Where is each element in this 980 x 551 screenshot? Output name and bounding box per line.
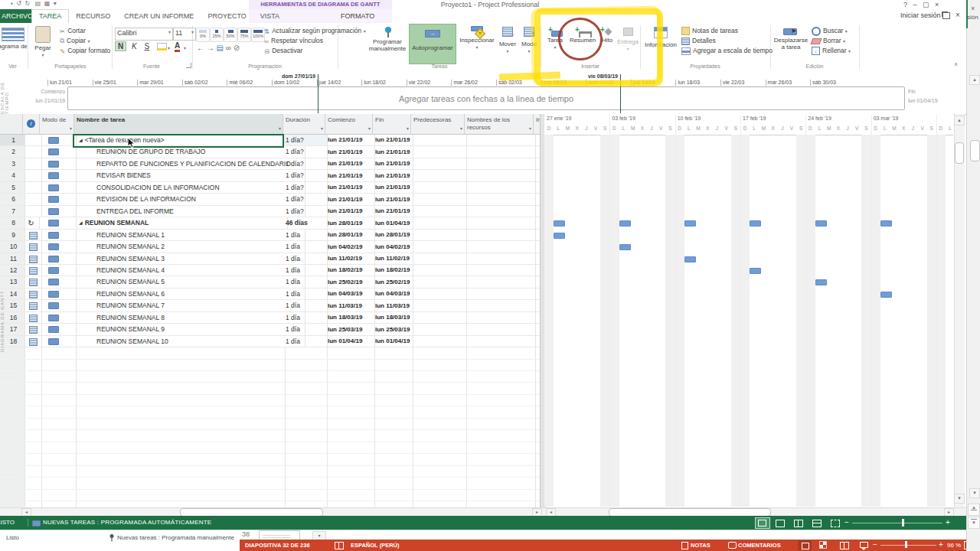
cell-Fin[interactable] (373, 419, 413, 429)
zoom-slider-knob[interactable] (902, 519, 904, 527)
cell-Nombres de los recursos[interactable] (465, 395, 536, 406)
cell-Nombre de tarea[interactable] (74, 347, 286, 359)
gantt-bar[interactable] (880, 292, 892, 298)
cell-Comienzo[interactable] (325, 360, 375, 370)
cell-Modo de[interactable] (40, 478, 77, 489)
cell-Comienzo[interactable] (325, 419, 375, 429)
cell-Comienzo[interactable]: lun 28/01/19 (325, 217, 375, 229)
link-icon[interactable]: ∞ (226, 44, 231, 52)
tab-vista[interactable]: VISTA (253, 9, 286, 23)
cell-Modo de[interactable] (40, 466, 77, 477)
cell-Nombre de tarea[interactable] (74, 454, 286, 465)
cell-Nombres de los recursos[interactable] (465, 241, 536, 253)
cell-Fin[interactable] (373, 478, 413, 489)
details-button[interactable]: Detalles (681, 37, 716, 45)
cell-Fin[interactable]: lun 21/01/19 (373, 194, 413, 205)
cell-Fin[interactable]: lun 01/04/19 (373, 217, 413, 229)
cell-Comienzo[interactable]: lun 28/01/19 (325, 230, 375, 240)
cell-num[interactable] (0, 442, 25, 453)
column-header-num[interactable] (0, 114, 23, 135)
copy-button[interactable]: ⧉Copiar ▾ (60, 37, 90, 45)
insert-milestone-button[interactable]: + Hito (599, 26, 616, 44)
cell-Fin[interactable]: lun 11/03/19 (373, 300, 413, 311)
cell-Comienzo[interactable]: lun 01/04/19 (325, 336, 375, 347)
filter-dropdown-icon[interactable]: ▾ (529, 125, 531, 132)
cell-Modo de[interactable] (40, 276, 77, 288)
fill-button[interactable]: ↓Rellenar ▾ (812, 47, 851, 55)
timeline-box[interactable]: Agregar tareas con fechas a la línea de … (67, 86, 905, 110)
cell-Duración[interactable]: 1 día (283, 289, 328, 299)
cell-Predecesoras[interactable] (411, 324, 467, 335)
cell-Predecesoras[interactable] (411, 360, 467, 370)
cell-Duración[interactable] (283, 466, 328, 477)
cell-Nombre de tarea[interactable]: REUNION SEMANAL 9 (74, 324, 305, 335)
font-color-button[interactable]: A (175, 42, 180, 52)
cell-Comienzo[interactable]: lun 25/02/19 (325, 276, 375, 288)
cell-Nombres de los recursos[interactable] (465, 194, 536, 205)
cell-Nombre de tarea[interactable]: REUNION SEMANAL 3 (74, 253, 305, 264)
cell-Predecesoras[interactable] (411, 276, 467, 288)
new-task-mode-status-inner[interactable]: Nuevas tareas : Programada manualmente (117, 534, 234, 541)
cell-Modo de[interactable] (40, 347, 77, 359)
outdent-icon[interactable]: ← (197, 44, 204, 52)
insert-summary-button[interactable]: + Resumen (568, 26, 597, 44)
cell-num[interactable] (0, 454, 25, 465)
paste-button[interactable]: Pegar▾ (29, 44, 57, 59)
indent-icon[interactable]: → (207, 44, 214, 52)
cell-Fin[interactable] (373, 395, 413, 406)
cell-num[interactable] (0, 406, 25, 418)
tab-formato[interactable]: FORMATO (334, 9, 381, 23)
cell-Nombre de tarea[interactable] (74, 490, 286, 500)
cell-Modo de[interactable] (40, 241, 77, 253)
format-painter-button[interactable]: ✎Copiar formato (60, 47, 110, 55)
gantt-bar[interactable] (554, 220, 565, 227)
slideshow-view-button[interactable] (860, 542, 868, 550)
previous-slide-button[interactable]: ▲ (968, 504, 980, 516)
percent-100%-button[interactable]: 100% (251, 28, 265, 42)
cell-Modo de[interactable] (40, 194, 77, 205)
cell-Duración[interactable]: 1 día (283, 230, 328, 240)
cell-Modo de[interactable] (40, 430, 77, 442)
split-task-icon[interactable]: ▤ (217, 44, 224, 52)
percent-25%-button[interactable]: 25% (210, 28, 224, 42)
gantt-bar[interactable] (815, 279, 827, 285)
highlight-color-button[interactable] (157, 43, 167, 51)
language-status[interactable]: ESPAÑOL (PERÚ) (351, 542, 399, 549)
redo-icon[interactable]: ↻ (24, 0, 30, 7)
cell-Duración[interactable] (283, 454, 328, 465)
minimize-button[interactable]: ‒ (913, 1, 917, 8)
filter-dropdown-icon[interactable]: ▾ (460, 125, 462, 132)
cell-Predecesoras[interactable] (411, 135, 467, 145)
cell-Nombres de los recursos[interactable] (465, 419, 536, 429)
cell-Duración[interactable] (283, 347, 328, 359)
cell-Nombres de los recursos[interactable] (465, 324, 536, 335)
cell-Nombres de los recursos[interactable] (465, 371, 536, 382)
cell-Modo de[interactable] (40, 217, 77, 229)
cell-Duración[interactable]: 1 día? (283, 170, 328, 181)
new-task-mode-status[interactable]: NUEVAS TAREAS : PROGRAMADA AUTOMÁTICAMEN… (43, 519, 211, 526)
cell-Comienzo[interactable]: lun 21/01/19 (325, 194, 375, 205)
cell-Comienzo[interactable]: lun 04/02/19 (325, 241, 375, 253)
cell-Fin[interactable]: lun 21/01/19 (373, 135, 413, 145)
cell-Comienzo[interactable] (325, 442, 375, 453)
cell-Modo de[interactable] (40, 158, 77, 169)
auto-schedule-button[interactable]: → Autoprogramar (409, 24, 456, 64)
sheet-view-icon[interactable] (812, 520, 822, 527)
cell-Predecesoras[interactable] (411, 158, 467, 169)
cell-Nombre de tarea[interactable] (74, 383, 286, 394)
cell-Fin[interactable] (373, 466, 413, 477)
cell-Comienzo[interactable] (325, 395, 375, 406)
cell-Fin[interactable] (373, 360, 413, 370)
cell-Fin[interactable] (373, 383, 413, 394)
cell-Fin[interactable] (373, 442, 413, 453)
cell-Comienzo[interactable]: lun 11/02/19 (325, 253, 375, 264)
collapse-ribbon-icon[interactable]: ∧ (954, 61, 958, 67)
filter-dropdown-icon[interactable]: ▾ (407, 125, 409, 132)
cell-Fin[interactable]: lun 21/01/19 (373, 182, 413, 193)
cell-Comienzo[interactable] (325, 406, 375, 418)
cell-Nombres de los recursos[interactable] (465, 490, 536, 500)
gantt-view-button[interactable]: Diagrama de Gantt ▾ (0, 43, 28, 51)
cell-Nombre de tarea[interactable]: CONSOLIDACION DE LA INFORMACION (74, 182, 305, 193)
cell-Nombres de los recursos[interactable] (465, 265, 536, 276)
cell-Nombre de tarea[interactable] (74, 360, 286, 370)
